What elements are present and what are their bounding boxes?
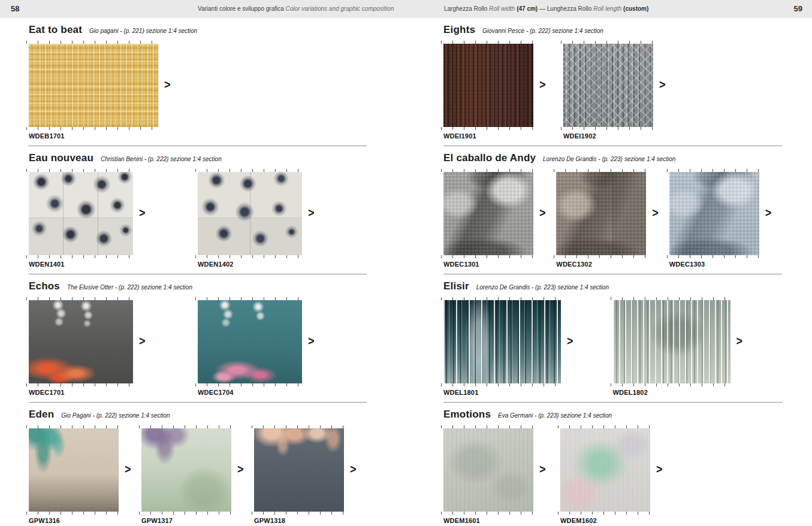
swatch-column: WDEN1402: [198, 169, 302, 268]
swatch-item: WDEM1601 >: [443, 425, 560, 524]
section-title-row: Eat to beat Gio pagani - (p. 221) sezion…: [29, 24, 367, 37]
wallpaper-swatch: [29, 172, 133, 255]
product-code: WDEM1601: [443, 517, 533, 524]
product-code: WDEL1801: [443, 389, 561, 396]
swatch-item: GPW1317 >: [141, 425, 254, 524]
roll-width-value: (47 cm): [517, 5, 538, 12]
section-title-row: Eau nouveau Christian Benini - (p. 222) …: [29, 152, 367, 165]
roll-length-label-en: Roll length: [593, 5, 621, 12]
swatch-row: WDEL1801 > WDEL1802 >: [443, 297, 782, 396]
collection-title: Echos: [29, 280, 60, 292]
header-caption-left: Varianti colore e sviluppo grafica Color…: [198, 5, 394, 12]
swatch-column: WDEC1701: [29, 297, 133, 396]
swatch-row: WDEB1701 >: [29, 41, 367, 140]
roll-width-label-en: Roll width: [489, 5, 515, 12]
swatch-item: WDEC1701 >: [29, 297, 198, 396]
swatch-item: WDEN1402 >: [198, 169, 367, 268]
chevron-right-icon[interactable]: >: [350, 463, 357, 476]
wallpaper-swatch: [254, 428, 344, 512]
product-code: WDEC1301: [443, 261, 533, 268]
chevron-right-icon[interactable]: >: [164, 78, 171, 91]
right-page-column: Eights Giovanni Pesce - (p. 222) sezione…: [443, 18, 782, 524]
chevron-right-icon[interactable]: >: [539, 463, 546, 476]
collection-title: Eat to beat: [29, 24, 82, 35]
wallpaper-swatch: [443, 428, 533, 512]
swatch-item: WDEL1801 >: [443, 297, 613, 396]
page-header-bar: 58 Varianti colore e sviluppo grafica Co…: [0, 0, 812, 18]
swatch-item: WDEC1704 >: [198, 297, 367, 396]
chevron-right-icon[interactable]: >: [139, 207, 146, 219]
section-elisir: Elisir Lorenzo De Grandis - (p. 223) sez…: [443, 274, 782, 403]
swatch-row: WDEC1301 > WDEC1302 > WDEC1303: [443, 169, 782, 268]
product-code: WDEN1402: [198, 261, 302, 268]
chevron-right-icon[interactable]: >: [567, 335, 573, 347]
caption-left-english: Color variations and graphic composition: [286, 5, 394, 12]
swatch-item: GPW1316 >: [29, 425, 141, 524]
chevron-right-icon[interactable]: >: [736, 335, 743, 347]
product-code: WDEB1701: [29, 132, 158, 140]
wallpaper-swatch: [198, 300, 302, 383]
collection-meta: Lorenzo De Grandis - (p. 223) sezione 1:…: [543, 156, 675, 162]
swatch-row: WDEN1401 > WDEN1402 >: [29, 169, 367, 268]
ruler-ticks-bottom: [561, 127, 656, 130]
collection-title: Eden: [29, 409, 54, 420]
roll-length-value: (custom): [623, 5, 648, 12]
ruler-ticks-bottom: [558, 512, 653, 515]
section-title-row: Eights Giovanni Pesce - (p. 222) sezione…: [443, 24, 782, 37]
section-echos: Echos The Elusive Otter - (p. 222) sezio…: [29, 274, 367, 403]
collection-meta: Gio Pagani - (p. 222) sezione 1:4 sectio…: [61, 412, 170, 419]
chevron-right-icon[interactable]: >: [656, 463, 663, 476]
collection-title: Elisir: [443, 280, 469, 292]
wallpaper-swatch: [443, 44, 533, 127]
wallpaper-swatch: [669, 172, 759, 255]
roll-length-label-it: Lunghezza Rollo: [547, 5, 592, 12]
swatch-column: WDEC1301: [443, 169, 533, 268]
ruler-ticks-bottom: [667, 255, 762, 258]
collection-title: Eights: [443, 24, 475, 35]
wallpaper-swatch: [443, 300, 561, 383]
chevron-right-icon[interactable]: >: [125, 463, 131, 476]
swatch-row: GPW1316 > GPW1317 > GPW1318: [29, 425, 367, 524]
section-emotions: Emotions Eva Germani - (p. 223) sezione …: [443, 403, 782, 524]
product-code: WDEN1401: [29, 261, 133, 268]
wallpaper-swatch: [560, 428, 650, 512]
section-eat-to-beat: Eat to beat Gio pagani - (p. 221) sezion…: [29, 18, 367, 146]
chevron-right-icon[interactable]: >: [237, 463, 244, 476]
wallpaper-swatch: [29, 428, 119, 512]
chevron-right-icon[interactable]: >: [765, 207, 772, 219]
collection-meta: The Elusive Otter - (p. 222) sezione 1:4…: [67, 284, 192, 291]
product-code: WDEC1704: [198, 389, 302, 396]
product-code: WDEC1302: [556, 261, 646, 268]
ruler-ticks-bottom: [26, 127, 161, 130]
caption-separator: —: [539, 5, 545, 12]
swatch-item: WDEL1802 >: [613, 297, 783, 396]
product-code: WDEM1602: [560, 517, 650, 524]
swatch-row: WDEC1701 > WDEC1704 >: [29, 297, 367, 396]
wallpaper-swatch: [141, 428, 231, 512]
chevron-right-icon[interactable]: >: [139, 335, 146, 347]
collection-title: Eau nouveau: [29, 152, 93, 164]
wallpaper-swatch: [443, 172, 533, 255]
chevron-right-icon[interactable]: >: [659, 78, 666, 91]
ruler-ticks-bottom: [252, 512, 346, 515]
chevron-right-icon[interactable]: >: [539, 78, 546, 91]
swatch-column: WDEL1801: [443, 297, 561, 396]
ruler-ticks-bottom: [611, 383, 733, 386]
ruler-ticks-bottom: [26, 255, 135, 258]
chevron-right-icon[interactable]: >: [308, 207, 315, 219]
collection-meta: Gio pagani - (p. 221) sezione 1:4 sectio…: [89, 28, 197, 34]
section-title-row: Emotions Eva Germani - (p. 223) sezione …: [443, 409, 782, 422]
swatch-item: WDEB1701 >: [29, 41, 171, 140]
chevron-right-icon[interactable]: >: [308, 335, 315, 347]
collection-title: Emotions: [443, 409, 491, 420]
swatch-column: WDEB1701: [29, 41, 158, 140]
chevron-right-icon[interactable]: >: [652, 207, 659, 219]
swatch-column: WDEM1601: [443, 425, 533, 524]
wallpaper-swatch: [29, 44, 158, 127]
swatch-item: WDEI1902 >: [563, 41, 683, 140]
swatch-row: WDEI1901 > WDEI1902 >: [443, 41, 782, 140]
ruler-ticks-bottom: [26, 383, 135, 386]
chevron-right-icon[interactable]: >: [539, 207, 546, 219]
product-code: GPW1316: [29, 517, 119, 524]
product-code: WDEL1802: [613, 389, 731, 396]
